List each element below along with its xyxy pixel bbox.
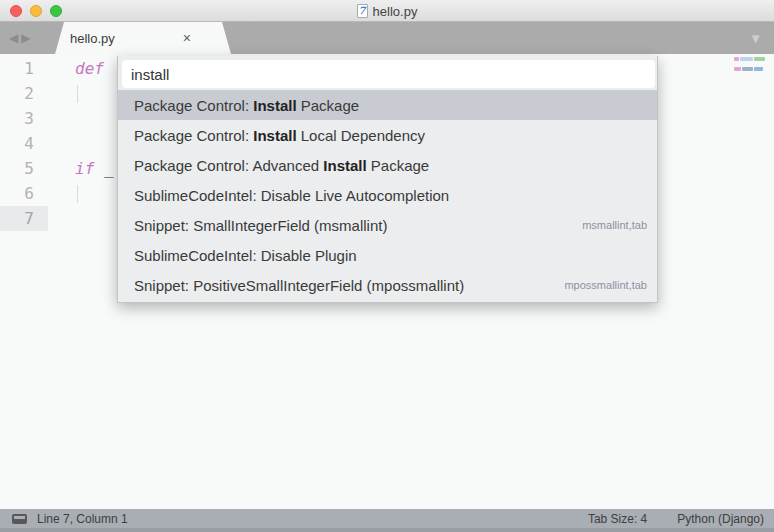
window-bottom-edge	[0, 528, 774, 532]
line-number: 3	[0, 106, 48, 131]
line-number: 4	[0, 131, 48, 156]
palette-item[interactable]: SublimeCodeIntel: Disable Plugin	[118, 240, 657, 270]
line-number: 2	[0, 81, 48, 106]
show-panel-icon[interactable]	[12, 514, 27, 524]
palette-item-annotation: msmallint,tab	[582, 219, 647, 231]
minimap-code-block	[754, 57, 765, 61]
minimap-code-block	[742, 67, 753, 71]
line-number: 6	[0, 181, 48, 206]
command-palette-list: Package Control: Install PackagePackage …	[118, 90, 657, 302]
minimap-code-block	[734, 57, 739, 61]
palette-item[interactable]: Package Control: Install Local Dependenc…	[118, 120, 657, 150]
palette-item[interactable]: Package Control: Advanced Install Packag…	[118, 150, 657, 180]
minimap[interactable]	[734, 57, 770, 77]
window-titlebar: 7 hello.py	[0, 0, 774, 22]
tab-hello-py[interactable]: hello.py ×	[55, 22, 231, 54]
line-number: 7	[0, 206, 48, 231]
line-number: 5	[0, 156, 48, 181]
palette-item-annotation: mpossmallint,tab	[564, 279, 647, 291]
cursor-position: Line 7, Column 1	[37, 512, 128, 526]
nav-back-icon[interactable]: ◀	[9, 32, 18, 44]
palette-item-label: Package Control: Advanced Install Packag…	[134, 157, 429, 174]
document-icon: 7	[357, 4, 368, 18]
window-title: hello.py	[373, 4, 418, 19]
command-palette-input[interactable]	[122, 60, 655, 88]
tab-label: hello.py	[70, 31, 115, 46]
palette-item[interactable]: Snippet: SmallIntegerField (msmallint)ms…	[118, 210, 657, 240]
minimap-code-block	[740, 57, 753, 61]
code-text: if _	[48, 156, 114, 181]
palette-item-label: Snippet: PositiveSmallIntegerField (mpos…	[134, 277, 464, 294]
tab-overflow-icon[interactable]: ▼	[749, 32, 762, 45]
tab-size-indicator[interactable]: Tab Size: 4	[588, 512, 647, 526]
indent-guide	[77, 85, 78, 103]
palette-item[interactable]: SublimeCodeIntel: Disable Live Autocompl…	[118, 180, 657, 210]
indent-guide	[77, 185, 78, 203]
palette-item[interactable]: Snippet: PositiveSmallIntegerField (mpos…	[118, 270, 657, 300]
palette-item-label: SublimeCodeIntel: Disable Plugin	[134, 247, 357, 264]
palette-item-label: Snippet: SmallIntegerField (msmallint)	[134, 217, 387, 234]
nav-forward-icon[interactable]: ▶	[21, 32, 30, 44]
palette-item-label: Package Control: Install Package	[134, 97, 359, 114]
command-palette: Package Control: Install PackagePackage …	[117, 56, 658, 303]
document-icon-glyph: 7	[359, 5, 366, 17]
palette-item-label: Package Control: Install Local Dependenc…	[134, 127, 425, 144]
code-text: def	[48, 56, 104, 81]
syntax-indicator[interactable]: Python (Django)	[677, 512, 764, 526]
minimap-code-block	[754, 67, 763, 71]
status-bar: Line 7, Column 1 Tab Size: 4 Python (Dja…	[0, 509, 774, 528]
line-number: 1	[0, 56, 48, 81]
palette-item-label: SublimeCodeIntel: Disable Live Autocompl…	[134, 187, 449, 204]
palette-item[interactable]: Package Control: Install Package	[118, 90, 657, 120]
tab-bar: ◀ ▶ hello.py × ▼	[0, 22, 774, 54]
tab-close-icon[interactable]: ×	[183, 31, 191, 45]
minimap-code-block	[734, 67, 741, 71]
